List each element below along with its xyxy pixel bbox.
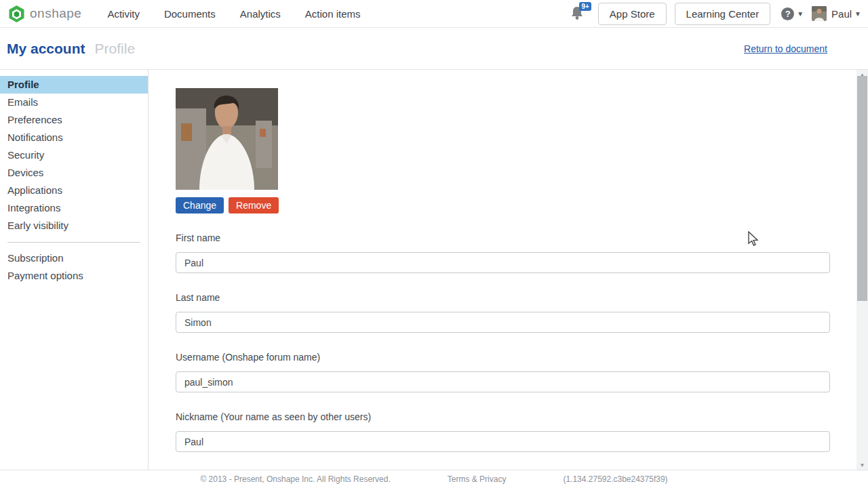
user-name: Paul [831, 8, 852, 20]
profile-photo [176, 88, 278, 190]
sidebar-item-security[interactable]: Security [0, 146, 148, 164]
nav-item-action-items[interactable]: Action items [305, 8, 361, 20]
first-name-input[interactable] [176, 252, 830, 273]
chevron-down-icon: ▼ [854, 10, 861, 18]
copyright-text: © 2013 - Present, Onshape Inc. All Right… [200, 474, 390, 484]
nav-item-analytics[interactable]: Analytics [240, 8, 281, 20]
photo-actions: Change Remove [176, 197, 830, 214]
account-sidebar: Profile Emails Preferences Notifications… [0, 70, 149, 470]
field-username: Username (Onshape forum name) [176, 352, 830, 392]
page-title: My account [7, 41, 85, 57]
sidebar-item-profile[interactable]: Profile [0, 76, 148, 94]
last-name-label: Last name [176, 292, 830, 303]
field-last-name: Last name [176, 292, 830, 333]
remove-photo-button[interactable]: Remove [229, 197, 279, 214]
nav-item-documents[interactable]: Documents [164, 8, 216, 20]
sidebar-item-integrations[interactable]: Integrations [0, 199, 148, 217]
onshape-logo[interactable]: onshape [8, 5, 81, 23]
notifications-bell[interactable]: 9+ [570, 5, 587, 22]
username-input[interactable] [176, 371, 830, 392]
field-first-name: First name [176, 232, 830, 273]
main-nav: Activity Documents Analytics Action item… [107, 8, 360, 20]
username-label: Username (Onshape forum name) [176, 352, 830, 363]
sidebar-item-preferences[interactable]: Preferences [0, 111, 148, 129]
first-name-label: First name [176, 232, 830, 243]
sidebar-divider [7, 242, 140, 243]
scrollbar-down-arrow[interactable]: ▼ [856, 460, 868, 470]
nickname-label: Nickname (Your name as seen by other use… [176, 411, 830, 422]
profile-content: Change Remove First name Last name Usern… [149, 70, 868, 470]
nickname-input[interactable] [176, 431, 830, 452]
top-nav-bar: onshape Activity Documents Analytics Act… [0, 0, 868, 28]
sidebar-item-early-visibility[interactable]: Early visibility [0, 217, 148, 235]
page-subtitle: Profile [95, 41, 136, 57]
last-name-input[interactable] [176, 312, 830, 333]
learning-center-button[interactable]: Learning Center [675, 3, 771, 25]
sidebar-item-emails[interactable]: Emails [0, 94, 148, 111]
terms-privacy-link[interactable]: Terms & Privacy [448, 474, 507, 484]
return-to-document-link[interactable]: Return to document [744, 43, 827, 54]
page-footer: © 2013 - Present, Onshape Inc. All Right… [0, 470, 868, 488]
notifications-badge: 9+ [579, 2, 591, 11]
page-header: My account Profile Return to document [0, 28, 868, 70]
help-menu[interactable]: ? ▼ [781, 7, 804, 20]
field-nickname: Nickname (Your name as seen by other use… [176, 411, 830, 452]
version-text: (1.134.27592.c3be24375f39) [563, 474, 667, 484]
sidebar-item-notifications[interactable]: Notifications [0, 129, 148, 146]
user-menu[interactable]: Paul ▼ [812, 6, 861, 21]
sidebar-item-devices[interactable]: Devices [0, 164, 148, 182]
sidebar-item-applications[interactable]: Applications [0, 182, 148, 199]
app-store-button[interactable]: App Store [598, 3, 667, 25]
vertical-scrollbar[interactable]: ▲ ▼ [856, 70, 868, 470]
sidebar-item-payment-options[interactable]: Payment options [0, 267, 148, 285]
top-nav-right: 9+ App Store Learning Center ? ▼ Paul ▼ [570, 3, 861, 25]
change-photo-button[interactable]: Change [176, 197, 224, 214]
nav-item-activity[interactable]: Activity [107, 8, 140, 20]
help-icon: ? [781, 7, 794, 20]
avatar [812, 6, 827, 21]
chevron-down-icon: ▼ [797, 10, 804, 18]
onshape-logo-text: onshape [30, 6, 81, 21]
main-area: Profile Emails Preferences Notifications… [0, 70, 868, 470]
sidebar-item-subscription[interactable]: Subscription [0, 249, 148, 267]
scrollbar-thumb[interactable] [857, 76, 867, 301]
onshape-logo-icon [8, 5, 25, 23]
